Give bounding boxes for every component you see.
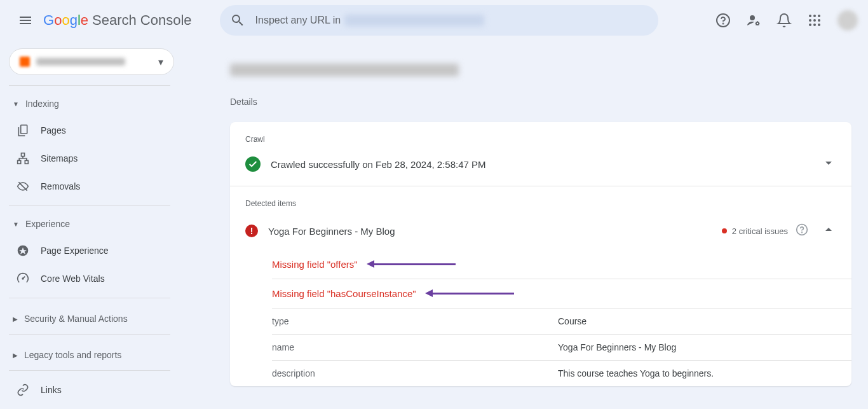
menu-button[interactable]	[10, 5, 41, 36]
svg-point-10	[809, 24, 811, 26]
error-icon: !	[245, 225, 258, 237]
search-placeholder: Inspect any URL in	[255, 15, 341, 26]
sidebar-item-core-web-vitals[interactable]: Core Web Vitals	[0, 265, 179, 293]
annotation-arrow	[431, 293, 514, 295]
section-label: Legacy tools and reports	[24, 350, 121, 360]
svg-point-5	[813, 15, 816, 17]
svg-point-19	[22, 278, 24, 279]
sidebar: ▾ ▼ Indexing Pages Sitemaps Removals ▼ E…	[0, 41, 179, 404]
sidebar-section-legacy[interactable]: ▶ Legacy tools and reports	[0, 340, 179, 370]
logo[interactable]: Google Search Console	[43, 12, 192, 29]
property-row-type: type Course	[272, 308, 851, 335]
property-row-name: name Yoga For Beginners - My Blog	[272, 335, 851, 361]
svg-rect-14	[22, 153, 25, 156]
detected-items-label: Detected items	[230, 186, 851, 217]
section-label: Indexing	[25, 99, 59, 109]
sitemaps-icon	[15, 152, 31, 165]
sidebar-section-experience[interactable]: ▼ Experience	[0, 211, 179, 237]
google-logo: Google	[43, 12, 88, 29]
help-icon	[796, 223, 808, 236]
bell-icon	[776, 13, 792, 28]
collapse-item-button[interactable]	[821, 222, 836, 240]
redacted-page-title	[230, 64, 459, 76]
svg-point-7	[809, 19, 811, 22]
property-key: description	[272, 368, 558, 378]
users-settings-button[interactable]	[741, 8, 766, 33]
apps-grid-icon	[807, 13, 822, 28]
details-heading: Details	[230, 97, 860, 107]
svg-point-8	[813, 19, 816, 22]
chevron-right-icon: ▶	[13, 315, 18, 322]
sidebar-item-page-experience[interactable]: Page Experience	[0, 237, 179, 265]
chevron-right-icon: ▶	[13, 352, 18, 359]
red-dot-icon	[722, 228, 727, 233]
svg-point-11	[813, 24, 816, 26]
svg-point-3	[756, 22, 759, 25]
sidebar-item-label: Pages	[41, 125, 66, 135]
sidebar-item-label: Links	[41, 385, 62, 395]
sidebar-item-pages[interactable]: Pages	[0, 116, 179, 144]
svg-point-12	[818, 24, 820, 26]
apps-button[interactable]	[802, 8, 827, 33]
svg-point-1	[723, 24, 724, 24]
svg-rect-16	[25, 160, 28, 163]
help-button[interactable]	[710, 8, 736, 33]
issue-count-badge: 2 critical issues	[722, 226, 788, 236]
crawl-status-row[interactable]: Crawled successfully on Feb 28, 2024, 2:…	[230, 148, 851, 186]
detected-item-title: Yoga For Beginners - My Blog	[268, 226, 722, 237]
property-value: Yoga For Beginners - My Blog	[558, 342, 676, 352]
section-label: Experience	[25, 219, 70, 229]
links-icon	[15, 384, 31, 396]
section-label: Security & Manual Actions	[24, 314, 128, 324]
issues-and-properties: Missing field "offers" Missing field "ha…	[230, 250, 851, 386]
url-inspect-search[interactable]: Inspect any URL in	[220, 5, 658, 36]
issue-missing-hascourseinstance[interactable]: Missing field "hasCourseInstance"	[272, 279, 851, 308]
sidebar-item-removals[interactable]: Removals	[0, 172, 179, 200]
sidebar-item-label: Core Web Vitals	[41, 274, 105, 284]
sidebar-section-indexing[interactable]: ▼ Indexing	[0, 91, 179, 116]
removals-icon	[15, 180, 31, 193]
svg-point-4	[809, 15, 811, 17]
header: Google Search Console Inspect any URL in	[0, 0, 868, 41]
sidebar-item-links[interactable]: Links	[0, 376, 179, 404]
sidebar-item-label: Sitemaps	[41, 153, 78, 163]
user-gear-icon	[746, 13, 761, 28]
sidebar-item-sitemaps[interactable]: Sitemaps	[0, 144, 179, 172]
issue-missing-offers[interactable]: Missing field "offers"	[272, 250, 851, 279]
main-content: Details Crawl Crawled successfully on Fe…	[179, 41, 868, 404]
property-key: name	[272, 342, 558, 352]
search-icon	[230, 13, 245, 28]
success-check-icon	[245, 156, 261, 172]
pages-icon	[15, 124, 31, 137]
property-row-description: description This course teaches Yoga to …	[272, 361, 851, 386]
logo-product-name: Search Console	[92, 12, 192, 29]
chevron-down-icon	[821, 155, 836, 170]
dropdown-arrow-icon: ▾	[158, 56, 163, 68]
expand-crawl-button[interactable]	[821, 155, 836, 173]
sidebar-item-label: Removals	[41, 181, 80, 191]
detected-item-header[interactable]: ! Yoga For Beginners - My Blog 2 critica…	[230, 217, 851, 250]
property-key: type	[272, 316, 558, 326]
property-value: Course	[558, 316, 587, 326]
issue-text: Missing field "hasCourseInstance"	[272, 288, 416, 299]
notifications-button[interactable]	[771, 8, 797, 33]
svg-point-6	[818, 15, 820, 17]
page-experience-icon	[15, 244, 31, 257]
help-tooltip-button[interactable]	[796, 223, 808, 239]
svg-point-9	[818, 19, 820, 22]
chevron-down-icon: ▼	[13, 101, 19, 107]
speedometer-icon	[15, 272, 31, 285]
help-icon	[715, 13, 731, 28]
sidebar-item-label: Page Experience	[41, 246, 109, 256]
svg-rect-15	[18, 160, 21, 163]
annotation-arrow	[373, 263, 456, 265]
svg-point-21	[802, 232, 803, 233]
account-avatar[interactable]	[837, 10, 858, 31]
redacted-property-url	[344, 15, 484, 26]
chevron-down-icon: ▼	[13, 221, 19, 228]
hamburger-icon	[18, 13, 33, 28]
property-selector[interactable]: ▾	[9, 48, 174, 75]
issue-text: Missing field "offers"	[272, 259, 358, 270]
details-card: Crawl Crawled successfully on Feb 28, 20…	[230, 122, 851, 386]
sidebar-section-security[interactable]: ▶ Security & Manual Actions	[0, 303, 179, 334]
